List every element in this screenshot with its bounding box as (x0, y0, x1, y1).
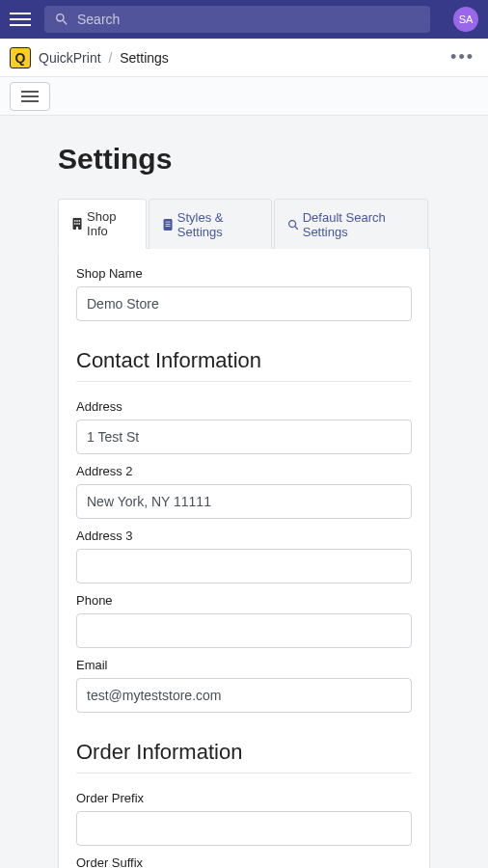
breadcrumb-bar: Q QuickPrint / Settings ••• (0, 39, 488, 77)
tab-label: Shop Info (87, 209, 132, 238)
tab-label: Default Search Settings (303, 210, 414, 239)
address2-input[interactable] (76, 484, 412, 519)
order-suffix-label: Order Suffix (76, 855, 412, 868)
phone-label: Phone (76, 593, 412, 608)
breadcrumb-separator: / (108, 50, 112, 66)
avatar[interactable]: SA (453, 7, 478, 32)
menu-icon[interactable] (10, 13, 31, 26)
address-label: Address (76, 399, 412, 414)
building-icon (72, 218, 82, 230)
email-label: Email (76, 658, 412, 672)
address3-input[interactable] (76, 549, 412, 583)
order-heading: Order Information (76, 740, 412, 765)
top-bar: SA (0, 0, 488, 39)
shop-name-label: Shop Name (76, 266, 412, 281)
page-title: Settings (58, 143, 430, 176)
shop-name-input[interactable] (76, 286, 412, 321)
tab-default-search[interactable]: Default Search Settings (274, 199, 428, 249)
more-icon[interactable]: ••• (447, 47, 478, 68)
tabs: Shop Info Styles & Settings Default Sear… (58, 199, 430, 249)
address3-label: Address 3 (76, 529, 412, 543)
order-prefix-input[interactable] (76, 811, 412, 846)
divider (76, 381, 412, 382)
sub-toolbar (0, 77, 488, 116)
phone-input[interactable] (76, 613, 412, 648)
breadcrumb-current: Settings (120, 50, 169, 66)
list-icon (163, 219, 173, 231)
search-icon (288, 219, 298, 231)
contact-heading: Contact Information (76, 348, 412, 373)
tab-label: Styles & Settings (177, 210, 258, 239)
email-input[interactable] (76, 678, 412, 713)
breadcrumb: QuickPrint / Settings (39, 50, 169, 66)
search-input[interactable] (77, 12, 420, 27)
search-box[interactable] (44, 6, 430, 33)
tab-shop-info[interactable]: Shop Info (58, 199, 147, 249)
divider (76, 773, 412, 773)
breadcrumb-app[interactable]: QuickPrint (39, 50, 101, 66)
order-prefix-label: Order Prefix (76, 791, 412, 805)
content-area: Settings Shop Info Styles & Settings Def… (0, 116, 488, 868)
address-input[interactable] (76, 420, 412, 454)
address2-label: Address 2 (76, 464, 412, 478)
panel-shop-info: Shop Name Contact Information Address Ad… (58, 249, 430, 868)
tab-styles-settings[interactable]: Styles & Settings (149, 199, 272, 249)
brand-logo: Q (10, 47, 31, 68)
nav-toggle-button[interactable] (10, 82, 50, 111)
search-icon (54, 12, 69, 27)
